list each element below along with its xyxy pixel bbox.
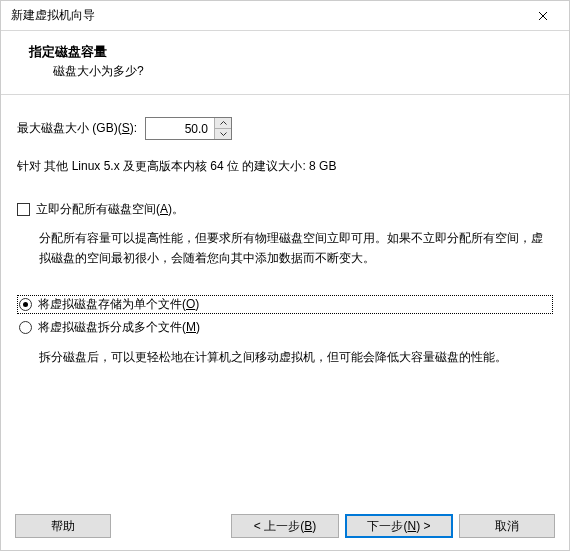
header-title: 指定磁盘容量 [29, 43, 559, 61]
next-button[interactable]: 下一步(N) > [345, 514, 453, 538]
spin-down-button[interactable] [215, 129, 231, 139]
header-subtitle: 磁盘大小为多少? [29, 63, 559, 80]
titlebar: 新建虚拟机向导 [1, 1, 569, 31]
disk-size-input[interactable] [146, 118, 214, 139]
allocate-now-checkbox[interactable]: 立即分配所有磁盘空间(A)。 [17, 201, 553, 218]
radio-icon [19, 298, 32, 311]
chevron-down-icon [220, 132, 227, 136]
content-area: 最大磁盘大小 (GB)(S): 针对 其他 Linux 5.x 及更高版本内核 … [1, 95, 569, 504]
radio-split-label: 将虚拟磁盘拆分成多个文件(M) [38, 319, 200, 336]
disk-size-row: 最大磁盘大小 (GB)(S): [17, 117, 553, 140]
spin-up-button[interactable] [215, 118, 231, 129]
allocate-now-label: 立即分配所有磁盘空间(A)。 [36, 201, 184, 218]
disk-size-spinner[interactable] [145, 117, 232, 140]
wizard-header: 指定磁盘容量 磁盘大小为多少? [1, 31, 569, 95]
button-bar: 帮助 < 上一步(B) 下一步(N) > 取消 [1, 504, 569, 550]
close-button[interactable] [521, 2, 565, 30]
checkbox-icon [17, 203, 30, 216]
file-mode-section: 将虚拟磁盘存储为单个文件(O) 将虚拟磁盘拆分成多个文件(M) 拆分磁盘后，可以… [17, 295, 553, 367]
close-icon [538, 11, 548, 21]
recommendation-text: 针对 其他 Linux 5.x 及更高版本内核 64 位 的建议大小: 8 GB [17, 158, 553, 175]
disk-size-label: 最大磁盘大小 (GB)(S): [17, 120, 137, 137]
help-button[interactable]: 帮助 [15, 514, 111, 538]
radio-single-label: 将虚拟磁盘存储为单个文件(O) [38, 296, 199, 313]
back-button[interactable]: < 上一步(B) [231, 514, 339, 538]
allocate-section: 立即分配所有磁盘空间(A)。 分配所有容量可以提高性能，但要求所有物理磁盘空间立… [17, 201, 553, 269]
allocate-now-desc: 分配所有容量可以提高性能，但要求所有物理磁盘空间立即可用。如果不立即分配所有空间… [39, 228, 553, 269]
split-desc: 拆分磁盘后，可以更轻松地在计算机之间移动虚拟机，但可能会降低大容量磁盘的性能。 [39, 347, 553, 367]
spinner-buttons [214, 118, 231, 139]
radio-split-files[interactable]: 将虚拟磁盘拆分成多个文件(M) [17, 318, 553, 337]
radio-icon [19, 321, 32, 334]
radio-single-file[interactable]: 将虚拟磁盘存储为单个文件(O) [17, 295, 553, 314]
window-title: 新建虚拟机向导 [11, 7, 95, 24]
chevron-up-icon [220, 121, 227, 125]
cancel-button[interactable]: 取消 [459, 514, 555, 538]
